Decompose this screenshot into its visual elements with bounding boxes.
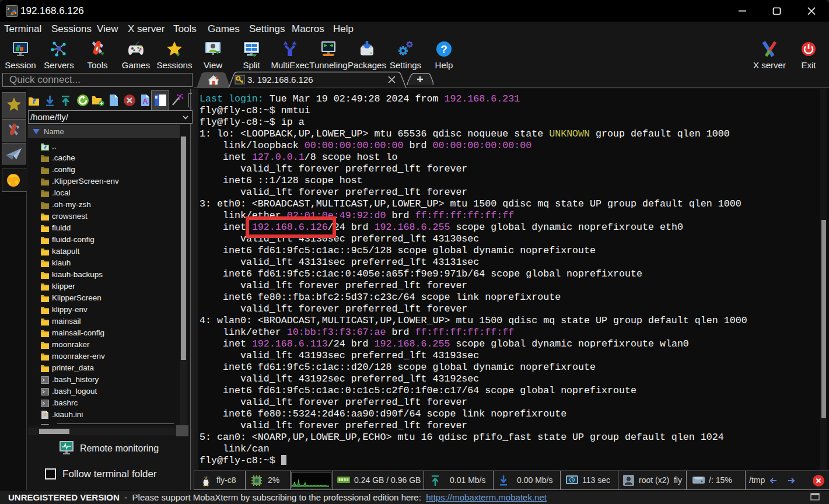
svg-text:A: A <box>142 97 148 106</box>
svg-text:3. 192.168.6.126: 3. 192.168.6.126 <box>247 75 313 85</box>
svg-text:?: ? <box>440 43 447 55</box>
